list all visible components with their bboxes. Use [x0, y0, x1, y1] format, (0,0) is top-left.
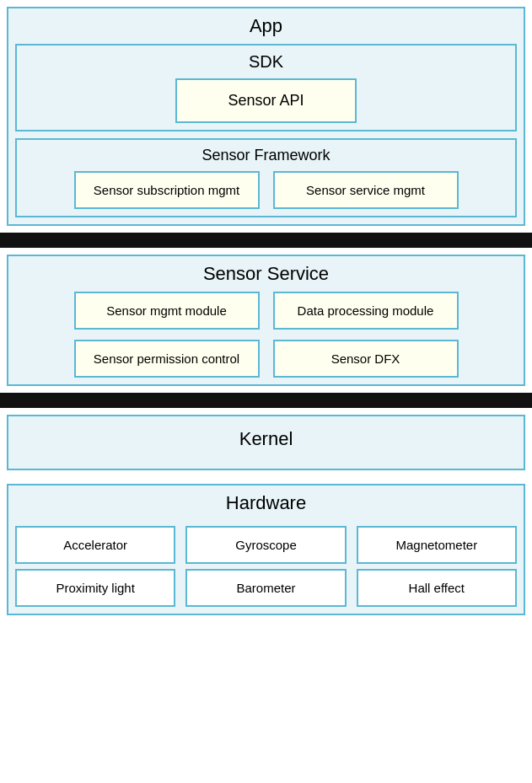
hardware-title: Hardware — [226, 492, 306, 514]
framework-box: Sensor Framework Sensor subscription mgm… — [15, 138, 517, 217]
app-title: App — [250, 15, 282, 37]
hardware-row-2: Proximity light Barometer Hall effect — [15, 569, 517, 607]
sensor-dfx: Sensor DFX — [273, 340, 459, 378]
divider-1 — [0, 233, 532, 248]
data-processing-module: Data processing module — [273, 292, 459, 330]
kernel-title: Kernel — [239, 428, 293, 450]
divider-2 — [0, 393, 532, 408]
sensor-service-section: Sensor Service Sensor mgmt module Data p… — [7, 255, 525, 386]
sdk-title: SDK — [249, 52, 283, 72]
sensor-permission-control: Sensor permission control — [74, 340, 260, 378]
kernel-section: Kernel — [7, 415, 525, 470]
sensor-subscription-mgmt: Sensor subscription mgmt — [74, 171, 260, 209]
hardware-hall-effect: Hall effect — [357, 569, 517, 607]
hardware-gyroscope: Gyroscope — [185, 526, 346, 564]
hardware-proximity-light: Proximity light — [15, 569, 175, 607]
service-row-1: Sensor mgmt module Data processing modul… — [15, 292, 517, 330]
sensor-api-label: Sensor API — [228, 92, 304, 109]
service-row-2: Sensor permission control Sensor DFX — [15, 340, 517, 378]
sensor-service-mgmt: Sensor service mgmt — [273, 171, 459, 209]
sensor-api-box: Sensor API — [175, 78, 356, 123]
hardware-magnetometer: Magnetometer — [357, 526, 517, 564]
framework-title: Sensor Framework — [202, 147, 330, 164]
sensor-mgmt-module: Sensor mgmt module — [74, 292, 260, 330]
app-section: App SDK Sensor API Sensor Framework Sens… — [7, 7, 525, 226]
hardware-barometer: Barometer — [185, 569, 346, 607]
hardware-row-1: Accelerator Gyroscope Magnetometer — [15, 526, 517, 564]
sdk-box: SDK Sensor API — [15, 44, 517, 131]
hardware-section: Hardware Accelerator Gyroscope Magnetome… — [7, 484, 525, 615]
framework-modules-row: Sensor subscription mgmt Sensor service … — [24, 171, 508, 209]
service-title: Sensor Service — [203, 263, 329, 285]
hardware-accelerator: Accelerator — [15, 526, 175, 564]
